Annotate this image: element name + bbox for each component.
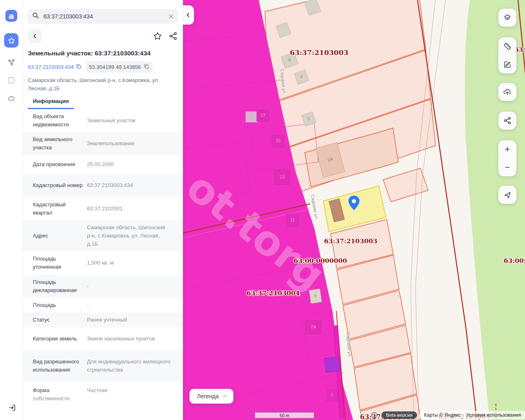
ruler-icon (503, 42, 512, 51)
row-value: Для индивидуального жилищного строительс… (87, 358, 175, 374)
share-button[interactable] (168, 31, 178, 41)
building-15: 15 (272, 135, 284, 147)
zoom-out-button[interactable]: − (498, 158, 516, 176)
search-icon (32, 12, 39, 21)
share-map-button[interactable] (498, 112, 516, 130)
layers-button[interactable] (498, 9, 516, 27)
locate-button[interactable] (498, 186, 516, 204)
sidebar-item-cloud[interactable] (4, 91, 18, 105)
row-label: Площадь уточненная (33, 255, 87, 271)
app-window: a (0, 0, 525, 420)
table-row: Площадь - (23, 298, 183, 313)
details-panel: Земельный участок: 63:37:2103003:434 63:… (23, 0, 183, 420)
details-header (28, 29, 178, 43)
row-label: Дата присвоения (33, 160, 87, 169)
back-button[interactable] (28, 29, 42, 43)
table-row: Кадастровый номер 63:37:2103003:434 (23, 174, 183, 197)
address-text: Самарская область, Шигонский р-н, с.Кома… (28, 76, 169, 92)
sidebar-item-objects[interactable] (4, 55, 18, 69)
info-table: Вид объекта недвижимости Земельный участ… (23, 109, 183, 420)
legend-button[interactable]: Легенда (189, 389, 233, 404)
svg-text:17: 17 (260, 113, 265, 118)
select-area-icon (7, 76, 16, 84)
row-label: Статус (33, 316, 87, 324)
cadastral-number-link[interactable]: 63:37:2103003:434 (28, 64, 82, 71)
favorite-button[interactable] (153, 31, 162, 41)
table-row: Адрес Самарская область, Шигонский р-н, … (23, 220, 183, 251)
row-value: 63:37:2103003:434 (87, 181, 178, 189)
map-attribution: Beta-версия Карты © Яндекс Условия испол… (371, 411, 525, 419)
cloud-upload-icon (503, 87, 512, 96)
svg-text:7А: 7А (310, 324, 316, 329)
table-row: Дата присвоения 25.05.2000 (23, 155, 183, 174)
coordinates-chip[interactable]: 53.304199 49.143656 (86, 62, 153, 73)
copy-icon[interactable] (144, 64, 149, 71)
map-canvas[interactable]: ot.torg 8 4 2 (183, 0, 525, 420)
sidebar-item-sign-in[interactable] (5, 400, 19, 415)
quarter-label-partial-right-mid: 63:00: (504, 257, 525, 265)
row-label: Кадастровый номер (33, 181, 87, 189)
coordinates-text: 53.304199 49.143656 (89, 64, 141, 70)
legend-label: Легенда (197, 393, 219, 399)
search-bar (28, 9, 178, 24)
row-label: Площадь (33, 301, 87, 309)
svg-text:13: 13 (280, 174, 285, 179)
building-7a: 7А (306, 321, 321, 334)
row-label: Площадь декларированная (33, 278, 87, 294)
row-label: Вид земельного участка (33, 135, 87, 152)
cloud-icon (7, 94, 16, 103)
cadastral-number-text: 63:37:2103003:434 (28, 64, 74, 70)
table-row: Вид разрешенного использования Для индив… (23, 350, 183, 381)
scale-label: 50 m (280, 413, 289, 418)
row-value: Частная (87, 386, 178, 395)
svg-text:11: 11 (290, 217, 294, 222)
upload-button[interactable] (498, 83, 516, 101)
row-label: Вид разрешенного использования (33, 358, 87, 374)
clear-search-button[interactable] (168, 14, 174, 19)
table-row: Статус Ранее учтенный (23, 313, 183, 327)
table-row: Площадь уточненная 1,500 кв. м (23, 251, 183, 274)
quarter-label-2103003-top: 63:37:2103003 (290, 48, 349, 57)
info-icon[interactable] (371, 412, 378, 419)
building-11: 11 (286, 214, 299, 226)
search-input[interactable] (43, 13, 166, 20)
sidebar-item-select-area[interactable] (4, 73, 18, 87)
row-value: - (87, 282, 178, 290)
building-9: 9 (309, 289, 322, 303)
edit-button[interactable] (498, 55, 516, 73)
left-rail: a (0, 0, 23, 420)
building-5: 5 (326, 390, 338, 401)
table-row: Кадастровый квартал 63:37:2102001 (23, 197, 183, 220)
page-title: Земельный участок: 63:37:2103003:434 (28, 50, 178, 57)
table-row: Вид объекта недвижимости Земельный участ… (23, 109, 183, 132)
copy-icon[interactable] (76, 64, 82, 71)
collapse-panel-button[interactable] (183, 5, 194, 25)
row-label: Кадастровый квартал (33, 201, 87, 217)
svg-text:7: 7 (331, 362, 333, 367)
navigation-arrow-icon (503, 190, 512, 199)
cadastral-map[interactable]: ot.torg 8 4 2 (183, 0, 525, 420)
zoom-in-button[interactable]: + (498, 140, 516, 158)
row-value: Землепользование (87, 139, 178, 148)
tab-information[interactable]: Информация (28, 98, 74, 109)
measure-button[interactable] (498, 37, 516, 55)
table-row: Площадь декларированная - (23, 275, 183, 298)
chevron-left-icon (185, 12, 191, 18)
scale-bar: 50 m (255, 412, 314, 418)
row-label: Форма собственности (33, 386, 87, 403)
building-7: 7 (325, 357, 340, 372)
row-value: Ранее учтенный (87, 316, 178, 324)
app-logo[interactable]: a (5, 10, 17, 22)
sidebar-item-favorites[interactable] (4, 33, 18, 48)
row-value: Земли населенных пунктов (87, 335, 178, 343)
street-label: Садовая ул. (310, 194, 320, 220)
beta-badge: Beta-версия (381, 411, 417, 419)
map-copyright[interactable]: Карты © Яндекс (424, 412, 461, 418)
building-17: 17 (257, 110, 269, 121)
edit-icon (503, 60, 512, 69)
terms-link[interactable]: Условия использования (466, 412, 521, 418)
row-value: 1,500 кв. м (87, 259, 178, 267)
quarter-label-2103004: 63:37:2103004 (247, 289, 300, 297)
row-value: 63:37:2102001 (87, 205, 178, 213)
row-value: Земельный участок (87, 116, 178, 125)
